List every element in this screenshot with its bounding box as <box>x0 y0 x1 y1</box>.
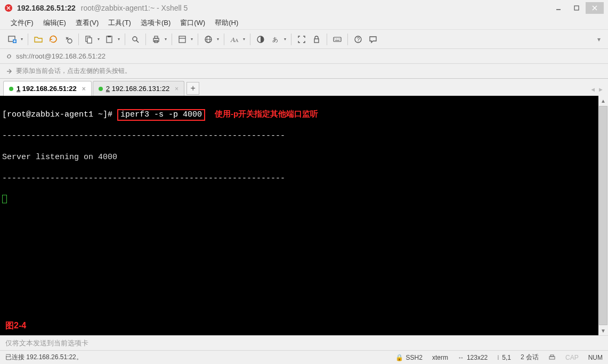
open-button[interactable] <box>31 32 45 46</box>
tab-close-icon[interactable]: × <box>175 85 179 93</box>
disconnect-button[interactable] <box>61 32 75 46</box>
arrow-right-icon[interactable] <box>5 68 13 75</box>
lock-button[interactable] <box>310 32 323 46</box>
session-tab-1[interactable]: 1 192.168.26.51:22 × <box>3 81 92 96</box>
tab-label: 2 192.168.26.131:22 <box>106 85 169 93</box>
annotation-text: 使用-p开关指定其他端口监听 <box>215 109 318 118</box>
toolbar-separator <box>327 34 327 45</box>
svg-line-15 <box>136 40 139 43</box>
terminal-scrollbar[interactable]: ▲ ▼ <box>598 96 608 335</box>
address-text: ssh://root@192.168.26.51:22 <box>16 52 106 60</box>
compose-input[interactable]: 仅将文本发送到当前选项卡 <box>0 335 608 350</box>
help-button[interactable]: ? <box>351 32 365 46</box>
lock-icon: 🔒 <box>395 354 403 361</box>
encoding-button[interactable]: あ <box>269 32 288 46</box>
status-size: ↔123x22 <box>458 354 488 361</box>
toolbar-separator <box>172 34 172 45</box>
toolbar: AA あ ? ▾ <box>0 30 608 49</box>
toolbar-separator <box>291 34 291 45</box>
menu-tabs[interactable]: 选项卡(B) <box>136 16 175 29</box>
title-rest: root@zabbix-agent1:~ - Xshell 5 <box>81 4 188 12</box>
compose-placeholder: 仅将文本发送到当前选项卡 <box>5 338 88 348</box>
svg-point-9 <box>68 39 72 43</box>
close-button[interactable] <box>586 2 604 14</box>
size-icon: ↔ <box>458 354 464 361</box>
hintbar: 要添加当前会话，点击左侧的箭头按钮。 <box>0 64 608 79</box>
minimize-button[interactable] <box>549 2 568 14</box>
status-connection: 已连接 192.168.26.51:22。 <box>5 353 83 362</box>
scroll-up-icon[interactable]: ▲ <box>598 96 608 105</box>
status-protocol: 🔒SSH2 <box>395 354 423 361</box>
app-icon <box>4 4 13 12</box>
toolbar-separator <box>78 34 79 45</box>
copy-button[interactable] <box>82 32 101 46</box>
fullscreen-button[interactable] <box>295 32 309 46</box>
tab-add-button[interactable]: + <box>187 82 199 95</box>
tab-next-icon[interactable]: ► <box>598 86 604 93</box>
svg-rect-29 <box>334 37 341 42</box>
toolbar-separator <box>125 34 125 45</box>
menu-help[interactable]: 帮助(H) <box>210 16 242 29</box>
color-scheme-button[interactable] <box>254 32 267 46</box>
svg-text:?: ? <box>357 37 360 43</box>
menu-edit[interactable]: 编辑(E) <box>39 16 70 29</box>
svg-rect-38 <box>550 355 554 357</box>
toolbar-separator <box>145 34 146 45</box>
paste-button[interactable] <box>102 32 121 46</box>
status-num: NUM <box>588 354 603 361</box>
font-button[interactable]: AA <box>228 32 247 46</box>
status-print-icon[interactable] <box>548 354 556 361</box>
find-button[interactable] <box>128 32 142 46</box>
reconnect-button[interactable] <box>46 32 60 46</box>
statusbar: 已连接 192.168.26.51:22。 🔒SSH2 xterm ↔123x2… <box>0 350 608 364</box>
terminal-line: ----------------------------------------… <box>2 173 596 184</box>
tab-label: 1 192.168.26.51:22 <box>17 85 77 93</box>
svg-rect-28 <box>314 39 319 43</box>
svg-text:A: A <box>230 36 235 44</box>
status-cursor: ⁞5,1 <box>497 354 511 361</box>
addressbar[interactable]: ssh://root@192.168.26.51:22 <box>0 49 608 64</box>
feedback-button[interactable] <box>366 32 380 46</box>
toolbar-overflow[interactable]: ▾ <box>595 36 603 43</box>
menu-tools[interactable]: 工具(T) <box>104 16 135 29</box>
print-button[interactable] <box>149 32 168 46</box>
svg-rect-2 <box>574 6 579 10</box>
terminal[interactable]: [root@zabbix-agent1 ~]# iperf3 -s -p 400… <box>0 96 598 335</box>
maximize-button[interactable] <box>568 2 586 14</box>
web-button[interactable] <box>201 32 221 46</box>
svg-text:あ: あ <box>272 36 278 43</box>
scroll-thumb[interactable] <box>599 106 607 325</box>
menu-view[interactable]: 查看(V) <box>71 16 103 29</box>
status-cap: CAP <box>565 354 579 361</box>
svg-rect-17 <box>155 36 158 38</box>
svg-rect-37 <box>549 357 555 359</box>
svg-text:A: A <box>235 38 239 43</box>
terminal-line: ----------------------------------------… <box>2 131 596 142</box>
window-buttons <box>549 2 604 14</box>
menubar: 文件(F) 编辑(E) 查看(V) 工具(T) 选项卡(B) 窗口(W) 帮助(… <box>0 16 608 30</box>
link-icon <box>5 53 13 60</box>
status-sessions: 2 会话 <box>521 353 539 362</box>
svg-rect-11 <box>87 38 92 43</box>
menu-window[interactable]: 窗口(W) <box>176 16 209 29</box>
properties-button[interactable] <box>175 32 194 46</box>
session-tab-2[interactable]: 2 192.168.26.131:22 × <box>93 81 184 96</box>
toolbar-separator <box>198 34 198 45</box>
svg-point-14 <box>133 37 137 41</box>
svg-rect-19 <box>179 36 185 43</box>
session-tabs: 1 192.168.26.51:22 × 2 192.168.26.131:22… <box>0 79 608 96</box>
figure-label: 图2-4 <box>5 320 26 331</box>
cursor-pos-icon: ⁞ <box>497 354 499 361</box>
status-dot-icon <box>99 87 103 91</box>
tab-close-icon[interactable]: × <box>82 85 86 93</box>
menu-file[interactable]: 文件(F) <box>6 16 38 29</box>
hint-text: 要添加当前会话，点击左侧的箭头按钮。 <box>16 67 131 76</box>
scroll-down-icon[interactable]: ▼ <box>598 326 608 335</box>
titlebar: 192.168.26.51:22 root@zabbix-agent1:~ - … <box>0 0 608 16</box>
tab-prev-icon[interactable]: ◄ <box>590 86 596 93</box>
tab-nav: ◄ ► <box>590 86 604 93</box>
new-session-button[interactable] <box>5 32 25 46</box>
title-active: 192.168.26.51:22 <box>17 4 76 12</box>
keyboard-button[interactable] <box>330 32 344 46</box>
status-dot-icon <box>9 87 13 91</box>
